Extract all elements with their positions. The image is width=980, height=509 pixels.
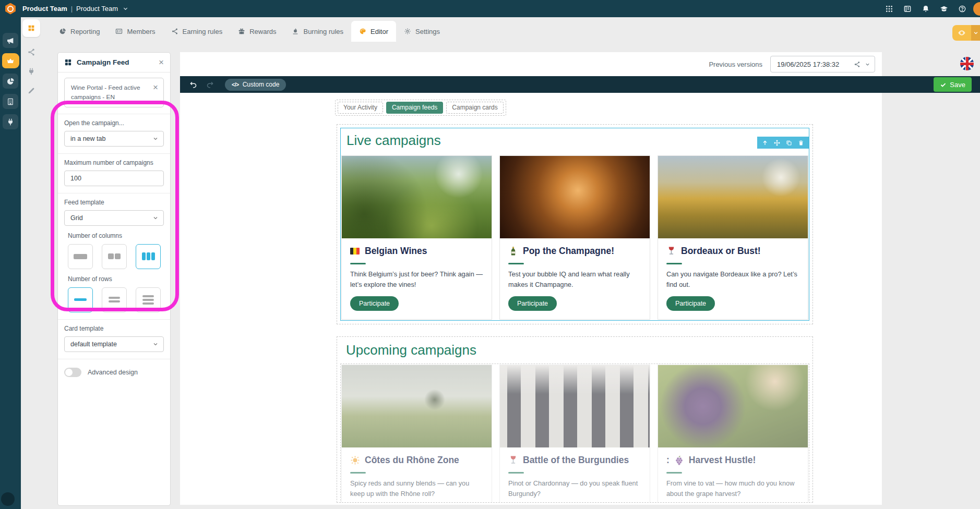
undo-icon[interactable] bbox=[189, 81, 197, 89]
tab-rewards[interactable]: Rewards bbox=[230, 21, 284, 42]
tab-label: Editor bbox=[371, 28, 388, 35]
block-toolbar bbox=[757, 137, 809, 149]
card-body: :Harvest Hustle!From vine to vat — how m… bbox=[658, 447, 808, 503]
belgian-flag-icon bbox=[350, 246, 360, 256]
rows-option-1[interactable] bbox=[68, 287, 93, 312]
sidebar-item-pie-chart[interactable] bbox=[3, 74, 18, 89]
widget-instance-box: Wine Portal - Feed active campaigns - EN… bbox=[64, 78, 164, 107]
feed-template-select[interactable]: Grid bbox=[64, 210, 164, 226]
gift-icon bbox=[238, 28, 245, 35]
check-icon bbox=[940, 81, 947, 88]
card-template-label: Card template bbox=[64, 325, 164, 332]
tab-label: Rewards bbox=[249, 28, 276, 35]
advanced-design-toggle[interactable] bbox=[64, 368, 81, 377]
preview-split-button[interactable] bbox=[952, 25, 980, 41]
version-select[interactable]: 19/06/2025 17:38:32 bbox=[770, 56, 875, 72]
card-description: Can you navigate Bordeaux like a pro? Le… bbox=[666, 269, 799, 289]
card-title-row: Côtes du Rhône Zone bbox=[350, 455, 483, 466]
preview-menu-button[interactable] bbox=[971, 25, 980, 41]
custom-code-button[interactable]: </> Custom code bbox=[225, 79, 286, 91]
chat-launcher[interactable] bbox=[1, 492, 15, 506]
card-title-text: Bordeaux or Bust! bbox=[681, 246, 761, 257]
tab-settings[interactable]: Settings bbox=[396, 21, 448, 42]
redo-icon[interactable] bbox=[206, 81, 214, 89]
feed-template-group: Feed template Grid Number of columns Num… bbox=[58, 193, 170, 319]
card-body: Côtes du Rhône ZoneSpicy reds and sunny … bbox=[342, 447, 492, 503]
sidebar-item-megaphone[interactable] bbox=[3, 33, 18, 48]
tool-rail-share-nodes[interactable] bbox=[27, 48, 35, 56]
tab-label: Burning rules bbox=[303, 28, 343, 35]
open-campaign-select[interactable]: in a new tab bbox=[64, 131, 164, 147]
apps-grid-icon[interactable] bbox=[885, 5, 893, 13]
rows-option-2[interactable] bbox=[102, 287, 127, 312]
tab-label: Earning rules bbox=[183, 28, 223, 35]
notifications-icon[interactable] bbox=[922, 5, 930, 13]
rows-option-3[interactable] bbox=[136, 287, 161, 312]
card-template-select[interactable]: default template bbox=[64, 336, 164, 352]
brand-name: Product Team bbox=[22, 5, 67, 13]
layout-preview bbox=[74, 298, 87, 301]
selected-block[interactable]: Live campaignsBelgian WinesThink Belgium… bbox=[340, 128, 809, 321]
custom-code-label: Custom code bbox=[243, 81, 280, 88]
brand-divider: | bbox=[71, 5, 73, 13]
participate-button[interactable]: Participate bbox=[508, 296, 557, 311]
trash-icon[interactable] bbox=[798, 140, 804, 146]
columns-options bbox=[64, 244, 164, 269]
layout-preview bbox=[109, 297, 120, 302]
previous-versions-link[interactable]: Previous versions bbox=[709, 60, 762, 68]
preview-button[interactable] bbox=[952, 25, 971, 41]
widget-instance-name: Wine Portal - Feed active campaigns - EN bbox=[71, 83, 150, 102]
academy-icon[interactable] bbox=[940, 5, 948, 13]
rows-label: Number of rows bbox=[68, 275, 164, 283]
bar bbox=[142, 299, 154, 301]
title-underline bbox=[350, 263, 366, 265]
tool-rail-plug[interactable] bbox=[27, 67, 35, 76]
close-panel-button[interactable]: × bbox=[159, 58, 164, 67]
champagne-bottle-icon bbox=[508, 246, 518, 256]
tool-rail-widgets[interactable] bbox=[22, 19, 40, 37]
participate-button[interactable]: Participate bbox=[350, 296, 399, 311]
tool-rail-pencil[interactable] bbox=[27, 87, 35, 95]
card-body: Belgian WinesThink Belgium’s just for be… bbox=[342, 238, 492, 319]
cols-option-1[interactable] bbox=[68, 244, 93, 269]
participate-button[interactable]: Participate bbox=[666, 296, 715, 311]
preview-tab-your-activity[interactable]: Your Activity bbox=[338, 102, 383, 114]
campaign-block[interactable]: Côtes du Rhône ZoneSpicy reds and sunny … bbox=[340, 363, 809, 503]
save-button[interactable]: Save bbox=[934, 77, 972, 92]
sidebar-item-crown[interactable] bbox=[2, 53, 19, 68]
campaign-image-grape-harvest bbox=[658, 365, 808, 447]
preview-tab-campaign-feeds[interactable]: Campaign feeds bbox=[386, 102, 443, 114]
remove-widget-button[interactable]: × bbox=[153, 83, 158, 102]
preview-tab-group: Your ActivityCampaign feedsCampaign card… bbox=[335, 100, 506, 116]
cols-option-3[interactable] bbox=[136, 244, 161, 269]
tab-earning-rules[interactable]: Earning rules bbox=[163, 21, 231, 42]
changelog-icon[interactable] bbox=[903, 5, 912, 13]
copy-icon[interactable] bbox=[786, 140, 792, 146]
code-icon: </> bbox=[232, 81, 239, 88]
megaphone-icon bbox=[6, 37, 15, 45]
sidebar-item-building[interactable] bbox=[3, 94, 18, 109]
arrow-up-icon[interactable] bbox=[762, 140, 768, 146]
tab-editor[interactable]: Editor bbox=[351, 21, 396, 42]
help-icon[interactable] bbox=[958, 5, 966, 13]
workspace-switcher[interactable]: Product Team | Product Team bbox=[22, 5, 128, 13]
version-bar: Previous versions 19/06/2025 17:38:32 bbox=[180, 52, 882, 76]
sidebar-item-plug[interactable] bbox=[3, 114, 18, 129]
eye-icon bbox=[958, 29, 966, 37]
panel-header: Campaign Feed × bbox=[58, 53, 170, 72]
preview-tab-campaign-cards[interactable]: Campaign cards bbox=[446, 102, 503, 114]
avatar[interactable] bbox=[973, 2, 980, 16]
move-icon[interactable] bbox=[774, 140, 780, 146]
card-title-row: Bordeaux or Bust! bbox=[666, 246, 799, 257]
max-campaigns-input[interactable] bbox=[64, 171, 164, 186]
tab-burning-rules[interactable]: Burning rules bbox=[284, 21, 351, 42]
bar bbox=[74, 298, 87, 301]
tab-members[interactable]: Members bbox=[107, 21, 163, 42]
feed-template-value: Grid bbox=[70, 214, 152, 222]
app-logo bbox=[5, 3, 16, 15]
tab-reporting[interactable]: Reporting bbox=[51, 21, 107, 42]
language-flag-icon[interactable] bbox=[960, 57, 974, 70]
card-description: From vine to vat — how much do you know … bbox=[666, 478, 799, 498]
cols-option-2[interactable] bbox=[102, 244, 127, 269]
campaign-card: Côtes du Rhône ZoneSpicy reds and sunny … bbox=[341, 365, 492, 503]
